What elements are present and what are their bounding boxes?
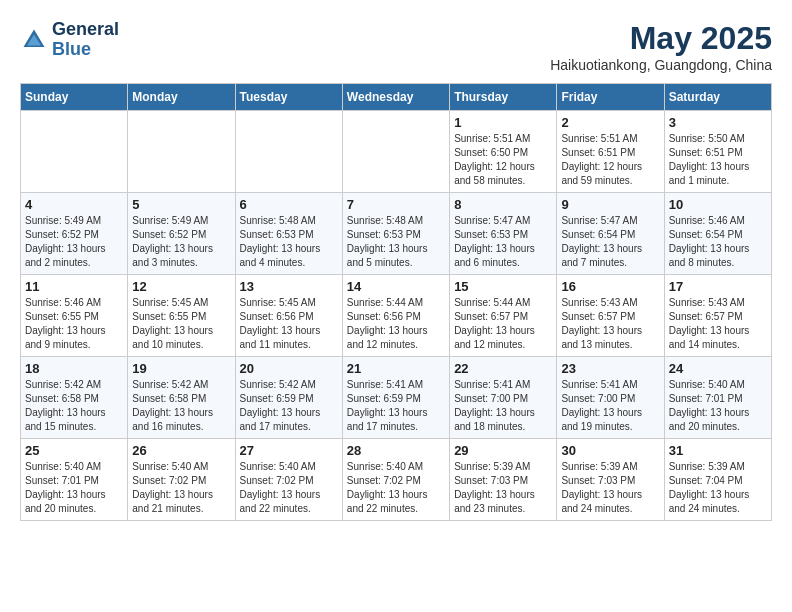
day-number: 14: [347, 279, 445, 294]
calendar-cell: 5Sunrise: 5:49 AM Sunset: 6:52 PM Daylig…: [128, 193, 235, 275]
calendar-cell: 4Sunrise: 5:49 AM Sunset: 6:52 PM Daylig…: [21, 193, 128, 275]
calendar-cell: 16Sunrise: 5:43 AM Sunset: 6:57 PM Dayli…: [557, 275, 664, 357]
day-info: Sunrise: 5:44 AM Sunset: 6:57 PM Dayligh…: [454, 296, 552, 352]
calendar-cell: 2Sunrise: 5:51 AM Sunset: 6:51 PM Daylig…: [557, 111, 664, 193]
calendar-cell: 22Sunrise: 5:41 AM Sunset: 7:00 PM Dayli…: [450, 357, 557, 439]
day-number: 20: [240, 361, 338, 376]
logo: General Blue: [20, 20, 119, 60]
calendar-week-row: 4Sunrise: 5:49 AM Sunset: 6:52 PM Daylig…: [21, 193, 772, 275]
weekday-header-tuesday: Tuesday: [235, 84, 342, 111]
calendar-cell: 28Sunrise: 5:40 AM Sunset: 7:02 PM Dayli…: [342, 439, 449, 521]
calendar-cell: 17Sunrise: 5:43 AM Sunset: 6:57 PM Dayli…: [664, 275, 771, 357]
day-number: 2: [561, 115, 659, 130]
day-info: Sunrise: 5:40 AM Sunset: 7:02 PM Dayligh…: [347, 460, 445, 516]
day-info: Sunrise: 5:45 AM Sunset: 6:55 PM Dayligh…: [132, 296, 230, 352]
title-block: May 2025 Haikuotiankong, Guangdong, Chin…: [550, 20, 772, 73]
day-number: 18: [25, 361, 123, 376]
calendar-cell: 7Sunrise: 5:48 AM Sunset: 6:53 PM Daylig…: [342, 193, 449, 275]
day-number: 29: [454, 443, 552, 458]
calendar-cell: 19Sunrise: 5:42 AM Sunset: 6:58 PM Dayli…: [128, 357, 235, 439]
day-info: Sunrise: 5:39 AM Sunset: 7:04 PM Dayligh…: [669, 460, 767, 516]
calendar-cell: 25Sunrise: 5:40 AM Sunset: 7:01 PM Dayli…: [21, 439, 128, 521]
day-number: 19: [132, 361, 230, 376]
day-info: Sunrise: 5:43 AM Sunset: 6:57 PM Dayligh…: [561, 296, 659, 352]
day-number: 21: [347, 361, 445, 376]
calendar-cell: 8Sunrise: 5:47 AM Sunset: 6:53 PM Daylig…: [450, 193, 557, 275]
day-number: 4: [25, 197, 123, 212]
day-number: 3: [669, 115, 767, 130]
page-header: General Blue May 2025 Haikuotiankong, Gu…: [20, 20, 772, 73]
month-year: May 2025: [550, 20, 772, 57]
calendar-cell: 9Sunrise: 5:47 AM Sunset: 6:54 PM Daylig…: [557, 193, 664, 275]
day-info: Sunrise: 5:42 AM Sunset: 6:58 PM Dayligh…: [132, 378, 230, 434]
day-info: Sunrise: 5:39 AM Sunset: 7:03 PM Dayligh…: [454, 460, 552, 516]
day-number: 10: [669, 197, 767, 212]
weekday-header-saturday: Saturday: [664, 84, 771, 111]
calendar-cell: 14Sunrise: 5:44 AM Sunset: 6:56 PM Dayli…: [342, 275, 449, 357]
logo-line1: General: [52, 20, 119, 40]
weekday-header-row: SundayMondayTuesdayWednesdayThursdayFrid…: [21, 84, 772, 111]
calendar-cell: 29Sunrise: 5:39 AM Sunset: 7:03 PM Dayli…: [450, 439, 557, 521]
day-number: 25: [25, 443, 123, 458]
day-number: 8: [454, 197, 552, 212]
calendar-cell: 27Sunrise: 5:40 AM Sunset: 7:02 PM Dayli…: [235, 439, 342, 521]
day-number: 12: [132, 279, 230, 294]
logo-line2: Blue: [52, 40, 119, 60]
day-info: Sunrise: 5:39 AM Sunset: 7:03 PM Dayligh…: [561, 460, 659, 516]
day-number: 1: [454, 115, 552, 130]
weekday-header-wednesday: Wednesday: [342, 84, 449, 111]
calendar-cell: [342, 111, 449, 193]
day-number: 26: [132, 443, 230, 458]
day-number: 17: [669, 279, 767, 294]
calendar-week-row: 25Sunrise: 5:40 AM Sunset: 7:01 PM Dayli…: [21, 439, 772, 521]
logo-icon: [20, 26, 48, 54]
day-info: Sunrise: 5:51 AM Sunset: 6:51 PM Dayligh…: [561, 132, 659, 188]
day-number: 28: [347, 443, 445, 458]
location: Haikuotiankong, Guangdong, China: [550, 57, 772, 73]
weekday-header-monday: Monday: [128, 84, 235, 111]
day-info: Sunrise: 5:50 AM Sunset: 6:51 PM Dayligh…: [669, 132, 767, 188]
calendar-cell: [21, 111, 128, 193]
day-info: Sunrise: 5:47 AM Sunset: 6:53 PM Dayligh…: [454, 214, 552, 270]
calendar-cell: [235, 111, 342, 193]
day-info: Sunrise: 5:45 AM Sunset: 6:56 PM Dayligh…: [240, 296, 338, 352]
day-number: 30: [561, 443, 659, 458]
day-info: Sunrise: 5:48 AM Sunset: 6:53 PM Dayligh…: [347, 214, 445, 270]
calendar-cell: [128, 111, 235, 193]
day-info: Sunrise: 5:51 AM Sunset: 6:50 PM Dayligh…: [454, 132, 552, 188]
day-info: Sunrise: 5:44 AM Sunset: 6:56 PM Dayligh…: [347, 296, 445, 352]
calendar-cell: 1Sunrise: 5:51 AM Sunset: 6:50 PM Daylig…: [450, 111, 557, 193]
calendar-cell: 30Sunrise: 5:39 AM Sunset: 7:03 PM Dayli…: [557, 439, 664, 521]
day-info: Sunrise: 5:47 AM Sunset: 6:54 PM Dayligh…: [561, 214, 659, 270]
day-number: 22: [454, 361, 552, 376]
day-number: 11: [25, 279, 123, 294]
day-number: 16: [561, 279, 659, 294]
calendar-cell: 20Sunrise: 5:42 AM Sunset: 6:59 PM Dayli…: [235, 357, 342, 439]
day-info: Sunrise: 5:46 AM Sunset: 6:55 PM Dayligh…: [25, 296, 123, 352]
day-info: Sunrise: 5:40 AM Sunset: 7:01 PM Dayligh…: [669, 378, 767, 434]
day-number: 15: [454, 279, 552, 294]
day-info: Sunrise: 5:40 AM Sunset: 7:02 PM Dayligh…: [132, 460, 230, 516]
weekday-header-sunday: Sunday: [21, 84, 128, 111]
day-number: 5: [132, 197, 230, 212]
calendar-cell: 13Sunrise: 5:45 AM Sunset: 6:56 PM Dayli…: [235, 275, 342, 357]
calendar-week-row: 11Sunrise: 5:46 AM Sunset: 6:55 PM Dayli…: [21, 275, 772, 357]
day-number: 7: [347, 197, 445, 212]
calendar-cell: 24Sunrise: 5:40 AM Sunset: 7:01 PM Dayli…: [664, 357, 771, 439]
day-info: Sunrise: 5:40 AM Sunset: 7:02 PM Dayligh…: [240, 460, 338, 516]
day-info: Sunrise: 5:41 AM Sunset: 6:59 PM Dayligh…: [347, 378, 445, 434]
day-info: Sunrise: 5:42 AM Sunset: 6:58 PM Dayligh…: [25, 378, 123, 434]
calendar-cell: 3Sunrise: 5:50 AM Sunset: 6:51 PM Daylig…: [664, 111, 771, 193]
day-info: Sunrise: 5:48 AM Sunset: 6:53 PM Dayligh…: [240, 214, 338, 270]
day-info: Sunrise: 5:49 AM Sunset: 6:52 PM Dayligh…: [132, 214, 230, 270]
day-number: 6: [240, 197, 338, 212]
calendar-cell: 23Sunrise: 5:41 AM Sunset: 7:00 PM Dayli…: [557, 357, 664, 439]
weekday-header-thursday: Thursday: [450, 84, 557, 111]
day-info: Sunrise: 5:49 AM Sunset: 6:52 PM Dayligh…: [25, 214, 123, 270]
day-info: Sunrise: 5:43 AM Sunset: 6:57 PM Dayligh…: [669, 296, 767, 352]
day-number: 9: [561, 197, 659, 212]
calendar-table: SundayMondayTuesdayWednesdayThursdayFrid…: [20, 83, 772, 521]
day-info: Sunrise: 5:46 AM Sunset: 6:54 PM Dayligh…: [669, 214, 767, 270]
calendar-cell: 15Sunrise: 5:44 AM Sunset: 6:57 PM Dayli…: [450, 275, 557, 357]
calendar-cell: 26Sunrise: 5:40 AM Sunset: 7:02 PM Dayli…: [128, 439, 235, 521]
